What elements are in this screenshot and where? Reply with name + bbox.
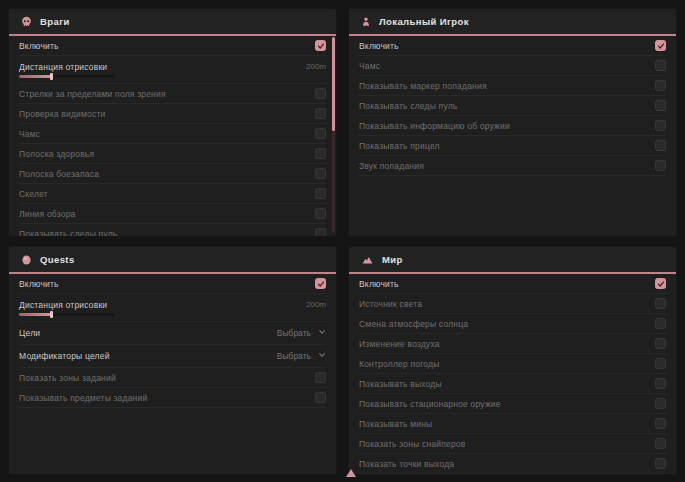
- panel-enemies: ВрагиВключитьДистанция отрисовки200mСтре…: [8, 8, 337, 237]
- setting-label: Показывать предметы заданий: [19, 393, 147, 403]
- checkbox[interactable]: [655, 318, 666, 329]
- checkbox[interactable]: [655, 438, 666, 449]
- setting-row[interactable]: Изменение воздуха: [359, 334, 666, 354]
- dropdown[interactable]: Выбрать: [277, 328, 326, 338]
- setting-row[interactable]: Включить: [359, 36, 666, 56]
- checkbox[interactable]: [315, 40, 326, 51]
- checkbox[interactable]: [655, 358, 666, 369]
- setting-label: Показывать следы пуль: [359, 101, 457, 111]
- slider-setting-row: Дистанция отрисовки200m: [19, 294, 326, 322]
- setting-row[interactable]: Линия обзора: [19, 204, 326, 224]
- setting-row[interactable]: Полоска боезапаса: [19, 164, 326, 184]
- panel-header: Quests: [9, 247, 336, 274]
- setting-row[interactable]: Показывать предметы заданий: [19, 388, 326, 408]
- setting-row[interactable]: Показывать следы пуль: [19, 224, 326, 237]
- settings-rows: ВключитьДистанция отрисовки200mСтрелки з…: [9, 36, 336, 237]
- circle-icon: [21, 254, 32, 266]
- setting-row[interactable]: Показывать прицел: [359, 136, 666, 156]
- slider-fill: [19, 75, 51, 78]
- checkbox[interactable]: [655, 60, 666, 71]
- setting-label: Контроллер погоды: [359, 359, 440, 369]
- checkbox[interactable]: [655, 140, 666, 151]
- setting-row[interactable]: Смена атмосферы солнца: [359, 314, 666, 334]
- setting-row[interactable]: Показывать стационарное оружие: [359, 394, 666, 414]
- setting-label: Чамс: [359, 61, 380, 71]
- setting-row[interactable]: Показывать следы пуль: [359, 96, 666, 116]
- checkbox[interactable]: [655, 160, 666, 171]
- checkbox[interactable]: [655, 100, 666, 111]
- setting-row[interactable]: Чамс: [359, 56, 666, 76]
- setting-row[interactable]: Показать зоны снайперов: [359, 434, 666, 454]
- setting-row[interactable]: Звук попадания: [359, 156, 666, 176]
- checkbox[interactable]: [315, 188, 326, 199]
- dropdown-value: Выбрать: [277, 328, 311, 338]
- select-setting-row: Модификаторы целейВыбрать: [19, 345, 326, 368]
- settings-grid: ВрагиВключитьДистанция отрисовки200mСтре…: [0, 0, 685, 482]
- setting-row[interactable]: Включить: [19, 36, 326, 56]
- chevron-down-icon: [318, 328, 326, 338]
- panel-header: Локальный Игрок: [349, 9, 676, 36]
- checkbox[interactable]: [655, 278, 666, 289]
- setting-row[interactable]: Включить: [359, 274, 666, 294]
- checkbox[interactable]: [655, 378, 666, 389]
- checkbox[interactable]: [315, 108, 326, 119]
- setting-row[interactable]: Источник света: [359, 294, 666, 314]
- setting-label: Скелет: [19, 189, 48, 199]
- checkbox[interactable]: [315, 148, 326, 159]
- checkbox[interactable]: [655, 40, 666, 51]
- setting-label: Показывать выходы: [359, 379, 442, 389]
- setting-row[interactable]: Показывать маркер попадания: [359, 76, 666, 96]
- setting-row[interactable]: Полоска здоровья: [19, 144, 326, 164]
- setting-row[interactable]: Включить: [19, 274, 326, 294]
- checkbox[interactable]: [315, 128, 326, 139]
- setting-row[interactable]: Показывать выходы: [359, 374, 666, 394]
- checkbox[interactable]: [315, 278, 326, 289]
- setting-label: Полоска боезапаса: [19, 169, 99, 179]
- setting-label: Источник света: [359, 299, 422, 309]
- dropdown[interactable]: Выбрать: [277, 351, 326, 361]
- setting-row[interactable]: Показать точки выхода: [359, 454, 666, 474]
- setting-row[interactable]: Стрелки за пределами поля зрения: [19, 84, 326, 104]
- checkbox[interactable]: [315, 392, 326, 403]
- setting-row[interactable]: Показать зоны заданий: [19, 368, 326, 388]
- settings-rows: ВключитьИсточник светаСмена атмосферы со…: [349, 274, 676, 474]
- setting-label: Включить: [19, 41, 59, 51]
- slider-thumb[interactable]: [50, 73, 53, 80]
- chevron-down-icon: [318, 351, 326, 361]
- setting-row[interactable]: Чамс: [19, 124, 326, 144]
- setting-row[interactable]: Скелет: [19, 184, 326, 204]
- checkbox[interactable]: [315, 372, 326, 383]
- setting-label: Изменение воздуха: [359, 339, 440, 349]
- mountains-icon: [361, 254, 374, 265]
- setting-row[interactable]: Показывать мины: [359, 414, 666, 434]
- checkbox[interactable]: [315, 168, 326, 179]
- checkbox[interactable]: [315, 228, 326, 237]
- setting-label: Стрелки за пределами поля зрения: [19, 89, 166, 99]
- scrollbar-thumb[interactable]: [332, 37, 335, 131]
- setting-row[interactable]: Проверка видимости: [19, 104, 326, 124]
- setting-label: Смена атмосферы солнца: [359, 319, 468, 329]
- checkbox[interactable]: [655, 298, 666, 309]
- checkbox[interactable]: [315, 208, 326, 219]
- slider-thumb[interactable]: [50, 311, 53, 318]
- setting-row[interactable]: Показывать информацию об оружии: [359, 116, 666, 136]
- checkbox[interactable]: [655, 418, 666, 429]
- skull-icon: [21, 16, 32, 27]
- panel-title: Мир: [382, 254, 403, 265]
- setting-row[interactable]: Контроллер погоды: [359, 354, 666, 374]
- setting-label: Показывать стационарное оружие: [359, 399, 501, 409]
- setting-label: Включить: [359, 41, 399, 51]
- render-distance-slider[interactable]: [19, 313, 115, 316]
- checkbox[interactable]: [655, 338, 666, 349]
- render-distance-slider[interactable]: [19, 75, 115, 78]
- setting-label: Показывать мины: [359, 419, 432, 429]
- panel-title: Враги: [40, 16, 70, 27]
- settings-rows: ВключитьДистанция отрисовки200mЦелиВыбра…: [9, 274, 336, 408]
- checkbox[interactable]: [315, 88, 326, 99]
- checkbox[interactable]: [655, 458, 666, 469]
- checkbox[interactable]: [655, 120, 666, 131]
- panel-quests: QuestsВключитьДистанция отрисовки200mЦел…: [8, 246, 337, 475]
- checkbox[interactable]: [655, 80, 666, 91]
- checkbox[interactable]: [655, 398, 666, 409]
- scrollbar[interactable]: [332, 37, 335, 233]
